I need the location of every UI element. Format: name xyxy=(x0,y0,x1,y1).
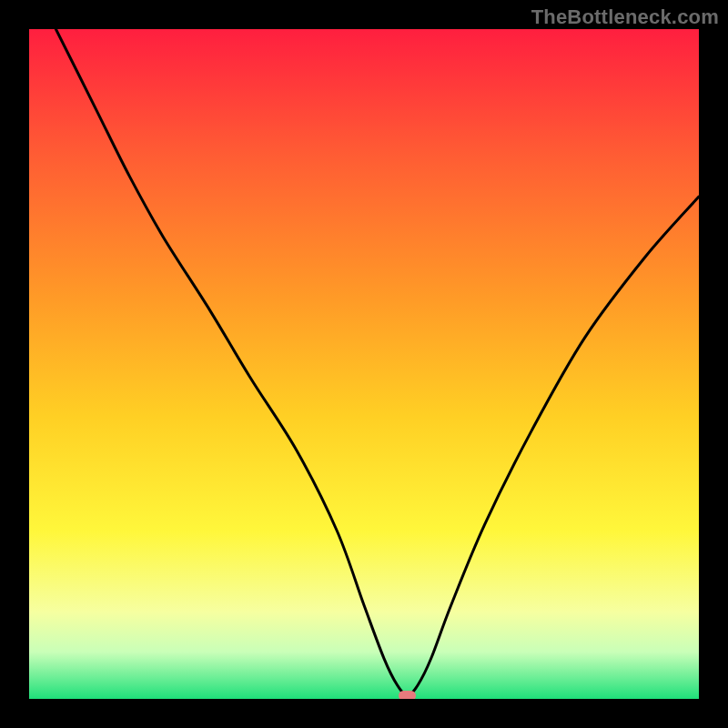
curve-layer xyxy=(29,29,699,699)
optimal-marker xyxy=(399,691,416,699)
chart-frame: TheBottleneck.com xyxy=(0,0,728,728)
watermark-text: TheBottleneck.com xyxy=(531,5,719,29)
plot-area xyxy=(29,29,699,699)
bottleneck-curve xyxy=(56,29,699,695)
